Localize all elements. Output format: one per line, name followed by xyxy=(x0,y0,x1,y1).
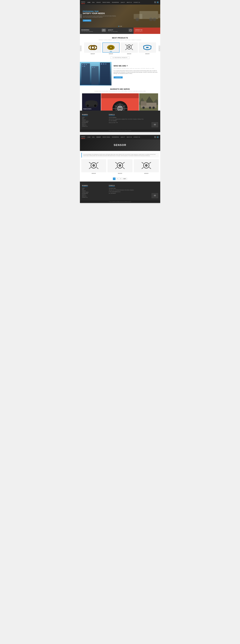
product-img-3 xyxy=(121,42,138,52)
info-panels: ENGINEERING Learn more about engineering… xyxy=(80,28,160,34)
products-prev-btn[interactable]: ‹ xyxy=(80,46,82,51)
svg-line-16 xyxy=(125,44,127,46)
email-icon[interactable]: ✉ xyxy=(116,122,117,123)
footer-sensor-nav-list: HOME SEAL SENSOR TARGET WHEEL ENGINEERIN… xyxy=(82,188,107,198)
hero-dot-2[interactable] xyxy=(120,26,121,27)
sensor-nav-about-us[interactable]: ABOUT US xyxy=(126,136,132,138)
svg-rect-24 xyxy=(91,66,99,85)
hero-prev-btn[interactable]: ‹ xyxy=(80,14,82,18)
nav-sensor[interactable]: SENSOR xyxy=(96,2,101,3)
svg-line-75 xyxy=(149,162,151,164)
svg-point-14 xyxy=(110,47,112,48)
hero-background xyxy=(112,4,160,28)
who-we-are-section: WHO WE ARE ? THE COMPANY ESTABLISHED LNA… xyxy=(80,62,160,86)
hero-dot-3[interactable] xyxy=(121,26,122,27)
sensor-2-icon xyxy=(115,162,125,170)
engineering-panel-desc: Learn more about engineering xyxy=(81,31,105,32)
footer-nav-home[interactable]: HOME xyxy=(82,117,107,118)
svg-line-69 xyxy=(123,167,125,169)
best-products-subtitle: PRODUCT DEVELOPMENT AND PRODUCTION OF OU… xyxy=(82,40,158,40)
footer-s-addr: 16th Floor, No. 15, Shenwai Internationa… xyxy=(109,190,158,190)
sensor-nav-seal[interactable]: SEAL xyxy=(92,136,95,138)
footer-nav-seal[interactable]: SEAL xyxy=(82,118,107,119)
svg-point-4 xyxy=(149,18,153,21)
contact-panel-title: CONTACT US xyxy=(135,29,159,30)
page-btn-1[interactable]: 1 xyxy=(113,178,115,180)
discover-all-btn[interactable]: ⊞ DISCOVER ALL PROJECTS xyxy=(111,56,130,59)
footer-nav-target-wheel[interactable]: TARGET WHEEL xyxy=(82,121,107,122)
market-truck[interactable] xyxy=(139,93,158,110)
svg-point-79 xyxy=(146,165,147,166)
market-car[interactable] xyxy=(101,93,139,110)
product-item-3: SENSOR xyxy=(121,42,138,54)
svg-line-74 xyxy=(142,162,143,164)
sensor-nav-target-wheel[interactable]: TARGET WHEEL xyxy=(102,136,111,138)
svg-rect-27 xyxy=(84,64,85,65)
best-products-section: BEST PRODUCTS PRODUCT DEVELOPMENT AND PR… xyxy=(80,34,160,62)
svg-point-57 xyxy=(153,106,155,109)
market-power-sports[interactable]: POWER SPORTS xyxy=(82,93,101,110)
sensor-nav-items: HOME SEAL SENSOR TARGET WHEEL ENGINEERIN… xyxy=(87,136,140,138)
sensor-nav-quality[interactable]: QUALITY xyxy=(120,136,125,138)
footer-s-nav-seal[interactable]: SEAL xyxy=(82,189,107,190)
markets-images: POWER SPORTS xyxy=(82,93,158,110)
info-panel-quality[interactable]: QUALITY Learn more about quality xyxy=(107,28,134,34)
footer-nav-sensor[interactable]: SENSOR xyxy=(82,120,107,120)
contact-panel-desc: Get in touch with us xyxy=(135,31,159,32)
sensor-lang-btn[interactable]: 🌐 xyxy=(157,136,159,138)
footer-s-fax: Fax: 400-9405420 xyxy=(109,193,158,194)
nav-engineering[interactable]: ENGINEERING xyxy=(111,2,119,3)
footer-s-nav-sensor[interactable]: SENSOR xyxy=(82,190,107,191)
sensor-search-btn[interactable]: 🔍 xyxy=(154,136,156,138)
sensor-nav-contact-us[interactable]: CONTACT US xyxy=(133,136,140,138)
svg-point-72 xyxy=(119,165,121,166)
nav-home[interactable]: HOME xyxy=(87,2,91,3)
sensor-nav-sensor[interactable]: SENSOR xyxy=(96,136,101,138)
hero-learn-more-btn[interactable]: LEARN MORE xyxy=(83,20,91,22)
sensor-logo-bottom: WUTA xyxy=(81,138,85,139)
nav-quality[interactable]: QUALITY xyxy=(120,2,125,3)
svg-line-67 xyxy=(115,162,117,164)
sensor-label-3: SENSOR xyxy=(134,173,159,174)
footer-nav-contact-us[interactable]: CONTACT US xyxy=(82,126,107,127)
product-item-1: SENSOR xyxy=(84,42,101,54)
page-next-btn[interactable]: NEXT xyxy=(122,178,127,180)
page-btn-3[interactable]: 3 xyxy=(119,178,122,180)
products-next-btn[interactable]: › xyxy=(159,46,160,51)
nav-about-us[interactable]: ABOUT US xyxy=(126,2,132,3)
nav-target-wheel[interactable]: TARGET WHEEL xyxy=(102,2,111,3)
hero-dots xyxy=(118,26,122,27)
footer-fax: Fax: 0571-63690851 xyxy=(109,120,158,121)
footer-nav-engineering[interactable]: ENGINEERING xyxy=(82,122,107,123)
language-icon-btn[interactable]: 🌐 xyxy=(157,1,159,3)
svg-line-77 xyxy=(142,167,143,169)
footer-s-nav-home[interactable]: HOME xyxy=(82,188,107,189)
truck-illustration xyxy=(131,7,160,22)
sensor-navbar: Kanhon WUTA HOME SEAL SENSOR TARGET WHEE… xyxy=(80,135,160,140)
building-illustration xyxy=(80,62,111,85)
search-icon-btn[interactable]: 🔍 xyxy=(154,1,156,3)
footer-s-nav-contact-us[interactable]: CONTACT US xyxy=(82,197,107,198)
sensor-grid: SENSOR SENSOR xyxy=(80,159,160,176)
footer-s-nav-about-us[interactable]: ABOUT US xyxy=(82,196,107,196)
nav-contact-us[interactable]: CONTACT US xyxy=(133,2,140,3)
footer-s-nav-engineering[interactable]: ENGINEERING xyxy=(82,193,107,194)
footer-s-nav-target-wheel[interactable]: TARGET WHEEL xyxy=(82,192,107,192)
svg-line-68 xyxy=(123,162,125,164)
hero-dot-1[interactable] xyxy=(118,26,119,27)
products-grid: SENSOR SENSOR xyxy=(84,42,156,54)
product-img-4 xyxy=(139,42,156,52)
footer-nav-quality[interactable]: QUALITY xyxy=(82,123,107,124)
hero-next-btn[interactable]: › xyxy=(158,14,160,18)
sensor-nav-home[interactable]: HOME xyxy=(87,136,91,138)
sensor-nav-engineering[interactable]: ENGINEERING xyxy=(111,136,119,138)
nav-seal[interactable]: SEAL xyxy=(92,2,95,3)
info-panel-engineering[interactable]: ENGINEERING Learn more about engineering xyxy=(80,28,107,34)
footer-nav-about-us[interactable]: ABOUT US xyxy=(82,125,107,126)
who-learn-more-btn[interactable]: LEARN MORE xyxy=(114,76,123,78)
info-panel-contact[interactable]: CONTACT US Get in touch with us xyxy=(134,28,160,34)
footer-contact: Contact us Tel: 0571-63690852 Add: No. 5… xyxy=(109,113,158,127)
sensor-clamp-icon xyxy=(142,44,152,52)
page-btn-2[interactable]: 2 xyxy=(116,178,119,180)
footer-s-nav-quality[interactable]: QUALITY xyxy=(82,194,107,195)
